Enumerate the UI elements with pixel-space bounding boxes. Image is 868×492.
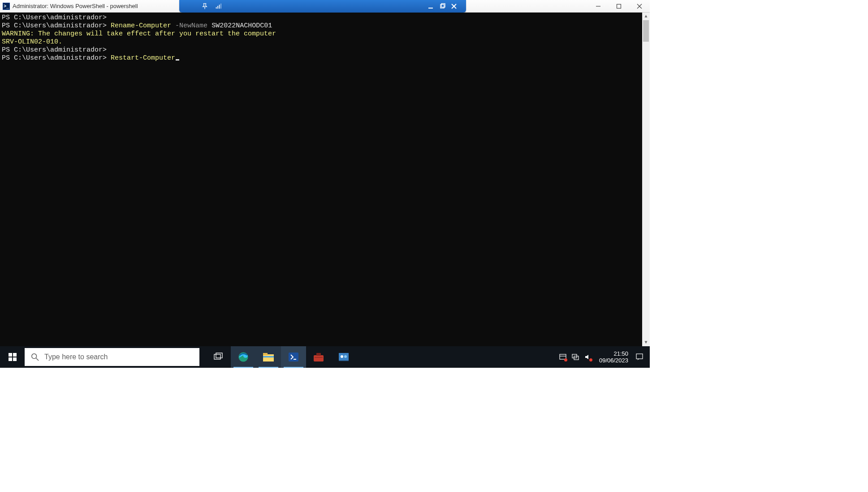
- tray-network-icon[interactable]: [571, 353, 579, 361]
- terminal[interactable]: PS C:\Users\administrador> PS C:\Users\a…: [0, 13, 650, 346]
- svg-point-17: [32, 354, 37, 359]
- tray-volume-icon[interactable]: [584, 353, 592, 361]
- vm-minimize-icon[interactable]: [428, 3, 434, 9]
- scroll-up-icon[interactable]: ▲: [642, 13, 650, 20]
- maximize-button[interactable]: [609, 0, 629, 12]
- cursor: [176, 59, 179, 61]
- window-titlebar: >_ Administrator: Windows PowerShell - p…: [0, 0, 650, 13]
- svg-rect-27: [314, 355, 324, 361]
- search-placeholder: Type here to search: [44, 353, 108, 361]
- taskbar-toolbox[interactable]: [306, 346, 331, 368]
- svg-rect-16: [13, 357, 17, 361]
- prompt: PS C:\Users\administrador>: [2, 54, 107, 62]
- search-input[interactable]: Type here to search: [25, 348, 199, 366]
- warning-line: SRV-OLIN02-010.: [2, 38, 648, 46]
- powershell-icon: >_: [3, 3, 10, 10]
- task-view-button[interactable]: [206, 346, 231, 368]
- search-icon: [31, 353, 39, 361]
- svg-rect-6: [441, 4, 445, 7]
- svg-rect-3: [220, 4, 221, 9]
- svg-rect-14: [13, 353, 17, 357]
- taskbar-file-explorer[interactable]: [256, 346, 281, 368]
- action-center-icon[interactable]: [635, 353, 643, 361]
- clock-date: 09/06/2023: [599, 357, 628, 364]
- tray-clock[interactable]: 21:50 09/06/2023: [596, 350, 631, 364]
- vm-restore-icon[interactable]: [439, 3, 445, 9]
- prompt: PS C:\Users\administrador>: [2, 46, 107, 54]
- scroll-thumb[interactable]: [643, 20, 649, 42]
- svg-line-18: [36, 358, 39, 361]
- svg-rect-0: [216, 7, 217, 9]
- svg-rect-30: [339, 353, 349, 360]
- signal-icon: [215, 3, 221, 9]
- taskbar-control-panel[interactable]: [331, 346, 356, 368]
- svg-rect-1: [217, 6, 218, 9]
- prompt: PS C:\Users\administrador>: [2, 22, 107, 30]
- cmdlet: Restart-Computer: [111, 54, 175, 62]
- svg-rect-24: [263, 356, 274, 357]
- svg-rect-23: [263, 353, 268, 355]
- pin-icon[interactable]: [202, 3, 208, 9]
- system-tray: 21:50 09/06/2023: [559, 346, 650, 368]
- clock-time: 21:50: [599, 350, 628, 357]
- tray-notification-icon[interactable]: [559, 353, 567, 361]
- prompt: PS C:\Users\administrador>: [2, 14, 107, 22]
- svg-rect-38: [636, 354, 643, 359]
- terminal-scrollbar[interactable]: ▲ ▼: [642, 13, 650, 346]
- window-title: Administrator: Windows PowerShell - powe…: [13, 3, 138, 9]
- vm-close-icon[interactable]: [451, 3, 457, 9]
- svg-rect-5: [440, 4, 444, 8]
- taskbar-powershell[interactable]: [281, 346, 306, 368]
- svg-rect-2: [219, 5, 220, 9]
- cmdlet: Rename-Computer: [111, 22, 171, 30]
- argument: SW2022NACHODC01: [212, 22, 272, 30]
- warning-line: WARNING: The changes will take effect af…: [2, 30, 648, 38]
- svg-point-32: [344, 355, 347, 358]
- svg-point-31: [341, 355, 343, 358]
- close-button[interactable]: [629, 0, 650, 12]
- svg-rect-29: [315, 357, 323, 358]
- vm-connection-bar: [179, 0, 466, 13]
- parameter: -NewName: [175, 22, 207, 30]
- start-button[interactable]: [0, 346, 25, 368]
- scroll-down-icon[interactable]: ▼: [642, 339, 650, 346]
- svg-rect-13: [9, 353, 12, 357]
- minimize-button[interactable]: [588, 0, 609, 12]
- svg-rect-15: [9, 357, 12, 361]
- scroll-track[interactable]: [642, 20, 650, 339]
- taskbar-edge[interactable]: [231, 346, 256, 368]
- svg-rect-19: [214, 354, 220, 359]
- svg-rect-22: [263, 354, 274, 361]
- svg-rect-28: [316, 353, 321, 356]
- taskbar: Type here to search: [0, 346, 650, 368]
- svg-rect-10: [617, 4, 621, 8]
- svg-rect-20: [216, 353, 222, 358]
- svg-rect-33: [339, 360, 349, 361]
